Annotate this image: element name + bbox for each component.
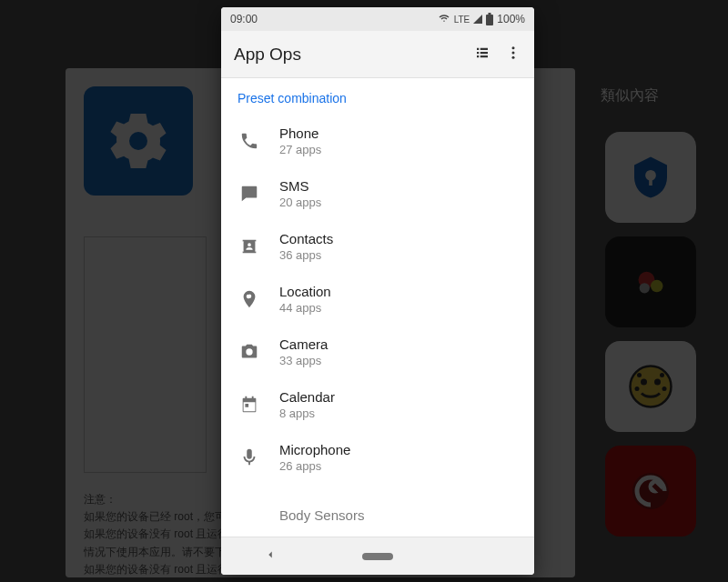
- battery-icon: [486, 13, 493, 25]
- nav-home-pill[interactable]: [362, 553, 393, 560]
- row-title: Body Sensors: [279, 507, 364, 523]
- row-sub: 44 apps: [279, 301, 331, 315]
- camera-icon: [238, 342, 261, 362]
- calendar-icon: [238, 395, 261, 415]
- section-header-preset: Preset combination: [221, 78, 534, 115]
- wifi-icon: [438, 14, 450, 25]
- svg-rect-16: [486, 15, 493, 25]
- row-sub: 20 apps: [279, 196, 321, 209]
- row-title: Location: [279, 284, 331, 299]
- row-sub: 27 apps: [279, 143, 321, 156]
- status-right: LTE 100%: [438, 13, 525, 25]
- phone-screen: 09:00 LTE 100% App Ops Preset combinatio…: [221, 7, 534, 575]
- status-battery: 100%: [497, 13, 525, 25]
- status-bar: 09:00 LTE 100%: [221, 7, 534, 31]
- view-list-icon[interactable]: [474, 45, 490, 65]
- row-title: Calendar: [279, 389, 335, 405]
- content-scroll[interactable]: Preset combination Phone27 apps SMS20 ap…: [221, 78, 534, 537]
- phone-icon: [238, 131, 261, 151]
- sms-icon: [238, 184, 261, 204]
- microphone-icon: [238, 447, 261, 467]
- signal-icon: [473, 15, 482, 24]
- svg-point-18: [512, 46, 515, 49]
- permission-row-calendar[interactable]: Calendar8 apps: [221, 378, 534, 431]
- row-sub: 36 apps: [279, 248, 333, 262]
- row-title: Camera: [279, 336, 328, 352]
- overflow-menu-icon[interactable]: [505, 45, 521, 65]
- row-sub: 26 apps: [279, 459, 350, 473]
- permission-row-sms[interactable]: SMS20 apps: [221, 167, 534, 220]
- contacts-icon: [238, 236, 261, 256]
- row-sub: 8 apps: [279, 406, 335, 420]
- row-title: Contacts: [279, 231, 333, 246]
- row-title: Phone: [279, 125, 321, 141]
- app-bar: App Ops: [221, 31, 534, 78]
- status-network: LTE: [454, 15, 470, 25]
- svg-point-19: [512, 51, 515, 54]
- row-title: Microphone: [279, 442, 350, 457]
- nav-bar: [221, 537, 534, 575]
- app-title: App Ops: [234, 45, 301, 65]
- permission-row-microphone[interactable]: Microphone26 apps: [221, 431, 534, 484]
- permission-list: Phone27 apps SMS20 apps Contacts36 apps …: [221, 115, 534, 537]
- row-title: SMS: [279, 178, 321, 194]
- permission-row-camera[interactable]: Camera33 apps: [221, 326, 534, 378]
- permission-row-phone[interactable]: Phone27 apps: [221, 115, 534, 167]
- status-time: 09:00: [230, 13, 258, 25]
- permission-row-location[interactable]: Location44 apps: [221, 273, 534, 326]
- location-icon: [238, 289, 261, 309]
- permission-row-contacts[interactable]: Contacts36 apps: [221, 220, 534, 273]
- svg-rect-17: [489, 13, 491, 15]
- permission-row-body-sensors[interactable]: Body Sensors: [221, 484, 534, 537]
- svg-point-20: [512, 55, 515, 58]
- nav-back-button[interactable]: [264, 548, 277, 565]
- row-sub: 33 apps: [279, 354, 328, 367]
